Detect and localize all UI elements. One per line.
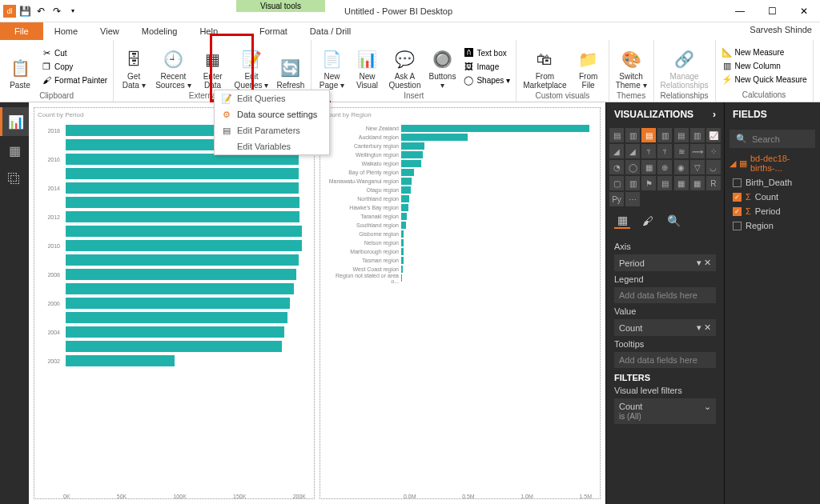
refresh-button[interactable]: 🔄Refresh bbox=[273, 42, 308, 91]
copy-button[interactable]: ❐Copy bbox=[38, 60, 110, 73]
viz-panel-collapse-icon[interactable]: › bbox=[713, 109, 716, 120]
value-remove-icon[interactable]: ▾ ✕ bbox=[697, 322, 711, 333]
viz-kpi[interactable]: ⚑ bbox=[641, 176, 656, 190]
viz-more[interactable]: ⋯ bbox=[625, 192, 640, 206]
visual-tools-tab[interactable]: Visual tools bbox=[236, 0, 325, 12]
viz-stacked-column[interactable]: ▥ bbox=[625, 128, 640, 142]
report-view-button[interactable]: 📊 bbox=[0, 107, 29, 136]
viz-py[interactable]: Py bbox=[609, 192, 624, 206]
image-button[interactable]: 🖼Image bbox=[460, 60, 512, 73]
recent-sources-button[interactable]: 🕘Recent Sources ▾ bbox=[152, 42, 194, 91]
new-page-button[interactable]: 📄New Page ▾ bbox=[315, 42, 348, 91]
format-mode[interactable]: 🖌 bbox=[640, 213, 656, 229]
close-button[interactable]: ✕ bbox=[788, 0, 820, 22]
new-measure-button[interactable]: 📐New Measure bbox=[719, 46, 810, 59]
data-drill-tab[interactable]: Data / Drill bbox=[299, 22, 362, 40]
minimize-button[interactable]: — bbox=[724, 0, 756, 22]
paste-button[interactable]: 📋 Paste bbox=[3, 42, 37, 91]
legend-well[interactable]: Add data fields here bbox=[614, 287, 716, 303]
viz-clustered-bar[interactable]: ▤ bbox=[641, 128, 656, 142]
viz-scatter[interactable]: ⁘ bbox=[706, 144, 721, 158]
enter-data-button[interactable]: ▦Enter Data bbox=[196, 42, 230, 91]
from-marketplace-button[interactable]: 🛍From Marketplace bbox=[520, 42, 569, 91]
viz-gauge[interactable]: ◡ bbox=[706, 160, 721, 174]
qat-dropdown-icon[interactable]: ▾ bbox=[66, 4, 80, 18]
dropdown-edit-variables[interactable]: Edit Variables bbox=[215, 138, 329, 154]
home-tab[interactable]: Home bbox=[43, 22, 89, 40]
file-menu[interactable]: File bbox=[0, 22, 43, 40]
new-visual-button[interactable]: 📊New Visual bbox=[350, 42, 384, 91]
format-tab[interactable]: Format bbox=[248, 22, 299, 40]
viz-ribbon[interactable]: ≋ bbox=[674, 144, 689, 158]
viz-funnel[interactable]: ▽ bbox=[690, 160, 705, 174]
buttons-button[interactable]: 🔘Buttons ▾ bbox=[425, 42, 459, 91]
help-tab[interactable]: Help bbox=[188, 22, 229, 40]
dropdown-data-source-settings[interactable]: ⚙Data source settings bbox=[215, 106, 329, 122]
dropdown-edit-parameters[interactable]: ▤Edit Parameters bbox=[215, 122, 329, 138]
format-painter-button[interactable]: 🖌Format Painter bbox=[38, 74, 110, 86]
new-quick-measure-button[interactable]: ⚡New Quick Measure bbox=[719, 74, 810, 86]
fields-mode[interactable]: ▦ bbox=[614, 213, 630, 229]
viz-donut[interactable]: ◯ bbox=[625, 160, 640, 174]
viz-stacked-area[interactable]: ◢ bbox=[625, 144, 640, 158]
value-well[interactable]: Count▾ ✕ bbox=[614, 319, 716, 336]
viz-stacked-bar[interactable]: ▤ bbox=[609, 128, 624, 142]
axis-well[interactable]: Period▾ ✕ bbox=[614, 254, 716, 271]
checkbox[interactable] bbox=[733, 222, 742, 230]
viz-clustered-column[interactable]: ▥ bbox=[657, 128, 672, 142]
viz-combo1[interactable]: ⫯ bbox=[641, 144, 656, 158]
axis-remove-icon[interactable]: ▾ ✕ bbox=[697, 258, 711, 268]
viz-card[interactable]: ▢ bbox=[609, 176, 624, 190]
viz-pie[interactable]: ◔ bbox=[609, 160, 624, 174]
from-file-button[interactable]: 📁From File bbox=[572, 42, 605, 91]
analytics-mode[interactable]: 🔍 bbox=[665, 213, 681, 229]
checkbox[interactable]: ✓ bbox=[733, 207, 742, 216]
checkbox[interactable] bbox=[733, 178, 742, 187]
viz-multirow-card[interactable]: ▥ bbox=[625, 176, 640, 190]
viz-100-bar[interactable]: ▤ bbox=[674, 128, 689, 142]
dropdown-edit-queries[interactable]: 📝Edit Queries bbox=[215, 90, 329, 106]
viz-area[interactable]: ◢ bbox=[609, 144, 624, 158]
viz-filled-map[interactable]: ◉ bbox=[674, 160, 689, 174]
model-view-button[interactable]: ⿻ bbox=[0, 165, 29, 194]
filter-expand-icon[interactable]: ⌄ bbox=[704, 402, 711, 412]
ask-question-button[interactable]: 💬Ask A Question bbox=[385, 42, 424, 91]
redo-icon[interactable]: ↷ bbox=[50, 4, 64, 18]
shapes-button[interactable]: ◯Shapes ▾ bbox=[460, 74, 512, 86]
tooltips-well[interactable]: Add data fields here bbox=[614, 352, 716, 368]
field-region[interactable]: Region bbox=[725, 218, 820, 233]
checkbox[interactable]: ✓ bbox=[733, 193, 742, 202]
filter-count[interactable]: Count⌄ is (All) bbox=[614, 398, 716, 424]
viz-count-by-period[interactable]: Count by Period ⤢ ⋯ 20182016201420122010… bbox=[34, 107, 315, 499]
save-icon[interactable]: 💾 bbox=[18, 4, 32, 18]
viz-matrix[interactable]: ▦ bbox=[690, 176, 705, 190]
viz-slicer[interactable]: ▤ bbox=[657, 176, 672, 190]
get-data-button[interactable]: 🗄Get Data ▾ bbox=[117, 42, 151, 91]
viz-line[interactable]: 📈 bbox=[706, 128, 721, 142]
viz-waterfall[interactable]: ⟿ bbox=[690, 144, 705, 158]
undo-icon[interactable]: ↶ bbox=[34, 4, 48, 18]
viz-map[interactable]: ⊕ bbox=[657, 160, 672, 174]
viz-r[interactable]: R bbox=[706, 176, 721, 190]
viz-treemap[interactable]: ▦ bbox=[641, 160, 656, 174]
publish-button[interactable]: 📤Publish bbox=[817, 42, 820, 91]
field-count[interactable]: ✓ΣCount bbox=[725, 190, 820, 204]
maximize-button[interactable]: ☐ bbox=[756, 0, 788, 22]
viz-100-column[interactable]: ▥ bbox=[690, 128, 705, 142]
viz-count-by-region[interactable]: Count by Region New ZealandAuckland regi… bbox=[320, 107, 601, 499]
viz-combo2[interactable]: ⫯ bbox=[657, 144, 672, 158]
edit-queries-button[interactable]: 📝Edit Queries ▾ bbox=[231, 42, 272, 91]
new-column-button[interactable]: ▥New Column bbox=[719, 60, 810, 73]
viz-table[interactable]: ▦ bbox=[674, 176, 689, 190]
manage-relationships-button[interactable]: 🔗Manage Relationships bbox=[657, 42, 712, 91]
field-birth-death[interactable]: Birth_Death bbox=[725, 175, 820, 190]
switch-theme-button[interactable]: 🎨Switch Theme ▾ bbox=[613, 42, 650, 91]
field-period[interactable]: ✓ΣPeriod bbox=[725, 204, 820, 218]
fields-search[interactable]: 🔍Search bbox=[730, 130, 815, 148]
data-view-button[interactable]: ▦ bbox=[0, 136, 29, 165]
user-name[interactable]: Sarvesh Shinde bbox=[742, 22, 820, 40]
modeling-tab[interactable]: Modeling bbox=[131, 22, 189, 40]
cut-button[interactable]: ✂Cut bbox=[38, 46, 110, 59]
text-box-button[interactable]: 🅰Text box bbox=[460, 46, 512, 59]
view-tab[interactable]: View bbox=[89, 22, 131, 40]
